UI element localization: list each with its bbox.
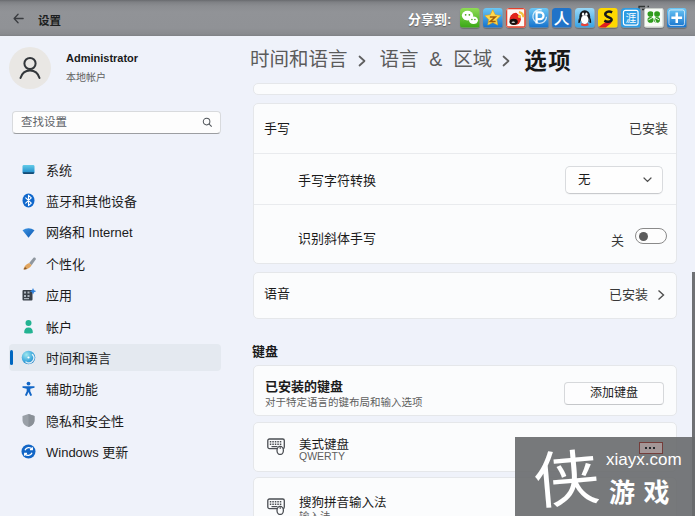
svg-text:涯: 涯 xyxy=(625,10,636,25)
svg-text:人: 人 xyxy=(553,8,569,27)
